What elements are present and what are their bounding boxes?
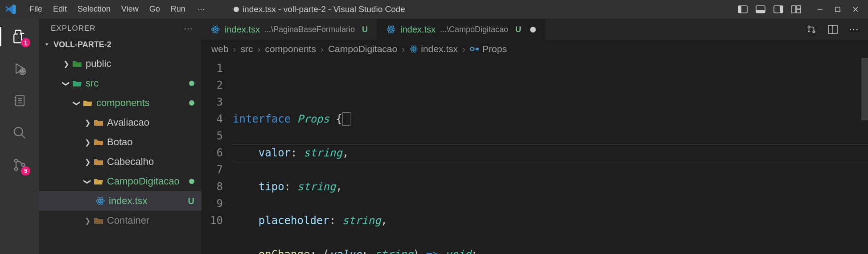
tree-folder-container[interactable]: ❯ Container [39, 211, 202, 230]
explorer-more-icon[interactable]: ⋯ [184, 23, 193, 34]
tree-folder-campodigitacao[interactable]: ❯ CampoDigitacao [39, 172, 202, 191]
window-title: index.tsx - voll-parte-2 - Visual Studio… [212, 4, 738, 14]
tree-folder-botao[interactable]: ❯ Botao [39, 132, 202, 152]
svg-point-35 [390, 29, 392, 30]
line-number: 1 [202, 60, 223, 77]
vscode-logo-icon [4, 3, 18, 16]
code-editor[interactable]: 1 2 3 4 5 6 7 8 9 10 interface Props { v… [202, 58, 868, 254]
chevron-right-icon: ❯ [82, 217, 93, 225]
breadcrumb-item[interactable]: CampoDigitacao [328, 44, 397, 54]
menu-edit[interactable]: Edit [48, 2, 72, 17]
tree-file-index[interactable]: index.tsx U [39, 191, 202, 211]
toggle-panel-left-icon[interactable] [738, 4, 748, 14]
chevron-right-icon: ❯ [82, 138, 93, 147]
split-editor-icon[interactable] [827, 25, 839, 34]
customize-layout-icon[interactable] [791, 4, 801, 14]
tab-filepath: ...\PaginaBaseFormulario [264, 25, 355, 34]
git-modified-dot-icon [189, 81, 194, 86]
tree-label: Cabecalho [107, 156, 194, 168]
run-debug-activity-icon[interactable] [10, 59, 29, 78]
title-bar: File Edit Selection View Go Run ⋯ index.… [0, 0, 868, 19]
menu-run[interactable]: Run [165, 2, 191, 17]
editor-tab-actions: ⋯ [798, 19, 868, 40]
svg-rect-6 [792, 6, 796, 13]
tab-filename: index.tsx [225, 25, 260, 35]
tree-folder-cabecalho[interactable]: ❯ Cabecalho [39, 152, 202, 172]
editor-tab-paginabaseformulario[interactable]: index.tsx ...\PaginaBaseFormulario U [202, 19, 377, 40]
tree-label: CampoDigitacao [107, 176, 186, 187]
breadcrumb[interactable]: web› src› components› CampoDigitacao› in… [202, 40, 868, 58]
breadcrumb-item[interactable]: index.tsx [421, 44, 458, 54]
notebook-activity-icon[interactable] [10, 91, 29, 111]
explorer-title: EXPLORER [51, 24, 96, 33]
line-number: 3 [202, 94, 223, 111]
window-title-text: index.tsx - voll-parte-2 - Visual Studio… [243, 4, 405, 14]
menu-bar: File Edit Selection View Go Run ⋯ [24, 2, 212, 17]
search-activity-icon[interactable] [10, 123, 29, 143]
svg-point-27 [99, 200, 101, 202]
svg-rect-10 [835, 7, 840, 12]
svg-point-24 [15, 159, 18, 162]
svg-rect-7 [797, 6, 801, 9]
breadcrumb-symbol[interactable]: Props [482, 44, 507, 54]
folder-icon [93, 158, 104, 166]
folder-icon [93, 119, 104, 127]
layout-controls [738, 4, 801, 14]
dirty-dot-icon [234, 7, 239, 12]
explorer-activity-icon[interactable]: 1 [10, 27, 29, 46]
react-file-icon [210, 25, 220, 34]
react-file-icon [95, 196, 106, 206]
line-number: 7 [202, 161, 223, 178]
editor-tab-campodigitacao[interactable]: index.tsx ...\CampoDigitacao U [377, 19, 545, 40]
toggle-panel-bottom-icon[interactable] [756, 4, 765, 14]
tree-folder-public[interactable]: ❯ public [39, 54, 202, 74]
activity-bar: 1 5 [0, 19, 39, 254]
chevron-right-icon: ❯ [82, 119, 93, 127]
project-section-header[interactable]: VOLL-PARTE-2 [39, 37, 202, 54]
chevron-down-icon: ❯ [83, 176, 92, 187]
compare-changes-icon[interactable] [806, 25, 817, 34]
folder-open-icon [82, 99, 94, 107]
tab-filename: index.tsx [400, 25, 436, 35]
svg-rect-1 [738, 6, 741, 13]
svg-point-48 [476, 48, 479, 50]
git-untracked-badge: U [188, 196, 194, 206]
line-number: 10 [202, 212, 223, 229]
explorer-sidebar: EXPLORER ⋯ VOLL-PARTE-2 ❯ public ❯ src ❯… [39, 19, 202, 254]
more-actions-icon[interactable]: ⋯ [848, 24, 860, 35]
tree-folder-src[interactable]: ❯ src [39, 74, 202, 93]
folder-open-icon [71, 79, 83, 87]
menu-go[interactable]: Go [144, 2, 165, 17]
tree-folder-avaliacao[interactable]: ❯ Avaliacao [39, 113, 202, 132]
breadcrumb-item[interactable]: src [241, 44, 253, 54]
tree-label: Botao [107, 136, 194, 148]
folder-icon [71, 60, 83, 68]
toggle-panel-right-icon[interactable] [773, 4, 783, 14]
code-content[interactable]: interface Props { valor: string, tipo: s… [233, 58, 868, 254]
menu-view[interactable]: View [116, 2, 144, 17]
react-file-icon [409, 45, 418, 53]
menu-overflow-icon[interactable]: ⋯ [191, 2, 212, 17]
scm-badge: 5 [21, 166, 30, 176]
folder-icon [93, 217, 104, 225]
maximize-button[interactable] [829, 3, 847, 16]
menu-file[interactable]: File [24, 2, 48, 17]
git-modified-dot-icon [189, 100, 194, 106]
tree-folder-components[interactable]: ❯ components [39, 93, 202, 113]
minimize-button[interactable] [811, 3, 829, 16]
source-control-activity-icon[interactable]: 5 [10, 155, 29, 175]
editor-tabs: index.tsx ...\PaginaBaseFormulario U ind… [202, 19, 868, 40]
folder-icon [93, 138, 104, 146]
close-button[interactable] [847, 3, 864, 16]
tab-git-badge: U [515, 25, 521, 34]
folder-open-icon [93, 177, 104, 185]
breadcrumb-item[interactable]: web [211, 44, 229, 54]
svg-point-31 [214, 29, 216, 30]
editor-scrollbar[interactable] [861, 58, 868, 120]
tree-label: src [86, 78, 186, 89]
line-number-gutter: 1 2 3 4 5 6 7 8 9 10 [202, 58, 233, 254]
svg-rect-3 [756, 10, 765, 13]
breadcrumb-item[interactable]: components [265, 44, 316, 54]
line-number: 8 [202, 178, 223, 195]
menu-selection[interactable]: Selection [72, 2, 116, 17]
